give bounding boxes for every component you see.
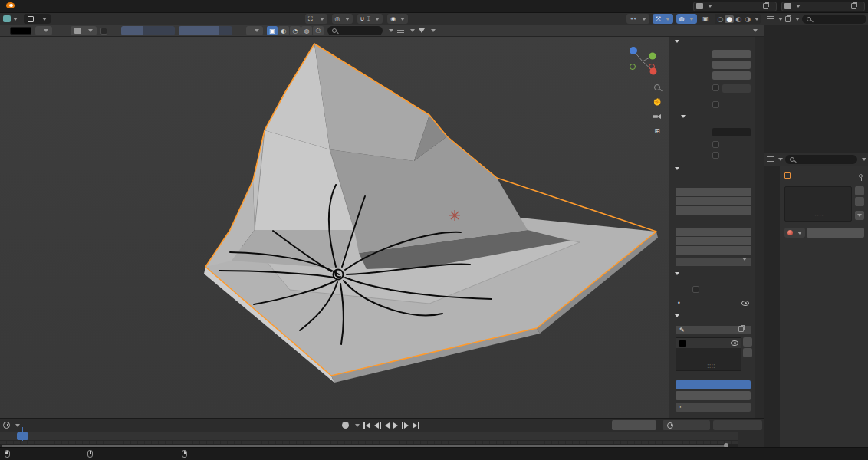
header-toggle-2[interactable]: ◐ <box>278 26 289 35</box>
view-panel-header[interactable] <box>672 40 682 43</box>
record-icon[interactable] <box>342 422 349 429</box>
radius-slider[interactable] <box>121 26 175 35</box>
pan-hand-icon[interactable]: ✊ <box>650 96 664 108</box>
browse-material-dropdown[interactable] <box>784 228 805 238</box>
clip-start-field[interactable] <box>712 61 751 69</box>
lock-camera-checkbox[interactable] <box>712 152 719 159</box>
navigation-gizmo[interactable] <box>623 40 666 80</box>
clip-end-field[interactable] <box>712 71 751 80</box>
blender-logo-icon[interactable] <box>5 2 17 11</box>
local-camera-field[interactable] <box>722 84 751 93</box>
timeline-editor-icon[interactable] <box>3 422 10 429</box>
pivot-point-dropdown[interactable]: ◎ <box>332 14 353 24</box>
scene-selector[interactable] <box>693 2 777 12</box>
cursor-loc-z[interactable] <box>676 206 751 215</box>
proportional-editing-dropdown[interactable]: ◉ <box>387 14 408 24</box>
shading-solid-icon[interactable]: ● <box>725 15 734 23</box>
cursor-panel-header[interactable] <box>672 167 682 170</box>
cursor-loc-y[interactable] <box>676 197 751 205</box>
properties-search-input[interactable] <box>785 155 857 164</box>
properties-editor-icon[interactable] <box>767 156 774 163</box>
snap-dropdown[interactable]: ∪⌶ <box>357 14 383 24</box>
perspective-toggle-icon[interactable]: ⊞ <box>650 125 664 137</box>
outliner-display-mode-icon[interactable] <box>767 16 774 22</box>
jump-start-button[interactable] <box>363 422 370 429</box>
transform-orientation-dropdown[interactable]: ⛶ <box>305 14 327 24</box>
eye-icon[interactable] <box>741 301 749 306</box>
lock-to-object-field[interactable] <box>712 128 751 136</box>
gizmos-dropdown[interactable]: ⤧ <box>653 14 672 24</box>
stabilizer-checkbox[interactable] <box>100 28 107 34</box>
camera-view-icon[interactable] <box>650 110 664 123</box>
material-slot-list[interactable]: :::: <box>784 186 852 222</box>
unlock-icon[interactable]: ⌐ <box>679 402 685 412</box>
rotation-mode-dropdown[interactable] <box>676 258 751 266</box>
remove-slot-button[interactable] <box>855 197 864 206</box>
remove-layer-button[interactable] <box>743 348 752 357</box>
properties-options-caret[interactable] <box>862 158 866 161</box>
annotation-color-swatch[interactable] <box>10 27 31 34</box>
pin-icon[interactable] <box>859 174 863 178</box>
factor-slider[interactable] <box>179 26 232 35</box>
search-options-caret[interactable] <box>389 29 393 32</box>
next-keyframe-button[interactable] <box>402 422 409 429</box>
auto-key-caret[interactable] <box>355 424 360 427</box>
outliner-filter-icon[interactable] <box>785 16 791 22</box>
xray-toggle[interactable]: ▣ <box>700 14 712 24</box>
shading-wireframe-icon[interactable]: ○ <box>716 15 725 23</box>
add-layer-button[interactable] <box>743 337 752 347</box>
overlays-dropdown[interactable]: ◍ <box>676 14 697 24</box>
header-toggle-5[interactable]: ⎙ <box>313 26 324 35</box>
annotation-frame-row[interactable]: ⌐ <box>676 402 751 412</box>
annotation-layer-list[interactable]: :::: <box>676 337 741 371</box>
editor-type-button[interactable] <box>0 15 21 22</box>
viewlayer-selector[interactable] <box>781 2 865 12</box>
timeline-ruler[interactable] <box>0 432 738 441</box>
focal-length-field[interactable] <box>712 50 751 58</box>
cursor-loc-x[interactable] <box>676 188 751 196</box>
frame-start-field[interactable] <box>663 420 710 430</box>
lock-3d-cursor-checkbox[interactable] <box>712 141 719 148</box>
add-slot-button[interactable] <box>855 186 864 196</box>
filter-funnel-icon[interactable] <box>419 28 425 33</box>
shading-material-icon[interactable]: ◐ <box>734 15 743 23</box>
play-reverse-button[interactable] <box>385 422 390 429</box>
zoom-icon[interactable] <box>650 81 664 94</box>
new-material-button[interactable] <box>807 228 864 238</box>
slot-specials-button[interactable] <box>855 211 864 220</box>
mode-dropdown[interactable] <box>24 14 51 24</box>
collections-panel-header[interactable] <box>672 272 682 275</box>
current-frame-field[interactable] <box>612 420 656 430</box>
placement-dropdown[interactable] <box>71 26 97 35</box>
viewport-3d[interactable]: ✊ ⊞ <box>0 37 764 418</box>
cursor-rot-y[interactable] <box>676 237 751 245</box>
options-dropdown[interactable] <box>751 29 758 32</box>
frame-end-field[interactable] <box>713 420 762 430</box>
cursor-rot-x[interactable] <box>676 228 751 236</box>
drag-dropdown[interactable] <box>246 26 263 35</box>
prev-keyframe-button[interactable] <box>374 422 381 429</box>
header-search-input[interactable] <box>327 26 383 35</box>
local-collections-checkbox[interactable] <box>692 286 699 293</box>
header-toggle-4[interactable]: ◍ <box>301 26 312 35</box>
header-toggle-3[interactable]: ◔ <box>290 26 301 35</box>
render-region-checkbox[interactable] <box>712 101 719 108</box>
annotation-datablock[interactable]: ✎ <box>676 326 751 334</box>
outliner-search-input[interactable] <box>802 15 866 24</box>
eye-icon[interactable] <box>731 340 738 346</box>
header-toggle-1[interactable]: ▣ <box>267 26 278 35</box>
cursor-rot-z[interactable] <box>676 246 751 255</box>
shading-rendered-icon[interactable]: ◑ <box>743 15 752 23</box>
local-camera-checkbox[interactable] <box>712 84 719 91</box>
annotations-panel-header[interactable] <box>672 314 682 317</box>
opacity-slider[interactable] <box>676 380 751 389</box>
layer-color-swatch[interactable] <box>679 340 686 347</box>
play-button[interactable] <box>393 422 398 429</box>
jump-end-button[interactable] <box>413 422 419 429</box>
view-lock-subpanel-header[interactable] <box>679 115 688 118</box>
filter-list-icon[interactable] <box>397 28 404 34</box>
visibility-dropdown[interactable]: 👓 <box>626 14 649 24</box>
thickness-slider[interactable] <box>676 391 751 400</box>
copy-icon[interactable] <box>738 326 744 332</box>
collection-list-item[interactable]: • <box>677 300 685 307</box>
